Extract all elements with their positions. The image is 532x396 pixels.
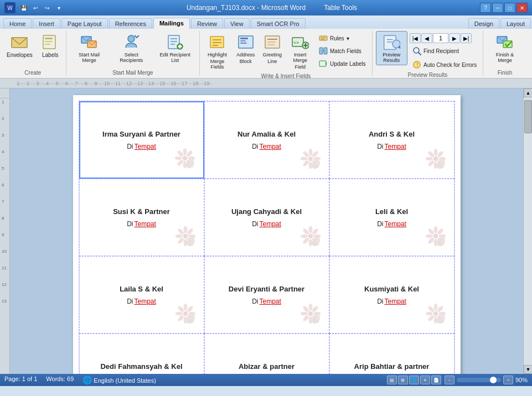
svg-point-117: [425, 235, 432, 238]
location-line: Di Tempat: [377, 220, 406, 228]
outline-btn[interactable]: ≡: [420, 376, 430, 384]
start-mail-merge-icon: [80, 33, 98, 51]
status-bar: Page: 1 of 1 Words: 69 🌐 English (United…: [0, 374, 532, 386]
flower-decoration: [297, 300, 324, 327]
tab-design[interactable]: Design: [468, 18, 499, 29]
svg-point-112: [436, 228, 444, 236]
tab-smart-ocr[interactable]: Smart OCR Pro: [251, 18, 306, 29]
select-recipients-button[interactable]: Select Recipients: [111, 31, 152, 65]
tempat-text: Tempat: [384, 220, 406, 228]
label-cell: Arip Bahtiar & partner Di Tempat: [329, 334, 454, 374]
full-screen-btn[interactable]: ⊞: [398, 376, 408, 384]
title-bar: W 💾 ↩ ↪ ▾ Undangan_TJ103.docx - Microsof…: [0, 0, 532, 15]
zoom-in-btn[interactable]: +: [503, 376, 513, 384]
nav-last-button[interactable]: ▶|: [461, 33, 472, 43]
nav-page-input[interactable]: [433, 33, 448, 43]
recipient-name: Kusmiyati & Kel: [364, 285, 419, 293]
labels-button[interactable]: Labels: [38, 31, 63, 60]
envelopes-button[interactable]: Envelopes: [3, 31, 36, 60]
vertical-scrollbar[interactable]: ▲ ▼: [523, 88, 532, 374]
address-block-button[interactable]: Address Block: [234, 31, 258, 66]
close-btn[interactable]: ✕: [516, 3, 528, 13]
update-labels-button[interactable]: Update Labels: [316, 58, 369, 70]
tab-page-layout[interactable]: Page Layout: [61, 18, 108, 29]
label-cell: Leli & Kel Di Tempat: [329, 179, 454, 256]
svg-point-105: [300, 235, 307, 238]
insert-merge-field-button[interactable]: «» Insert Merge Field: [287, 31, 314, 72]
tab-references[interactable]: References: [109, 18, 152, 29]
highlight-merge-fields-button[interactable]: Highlight Merge Fields: [203, 31, 231, 72]
di-text: Di: [127, 220, 133, 228]
di-text: Di: [377, 298, 383, 305]
envelopes-icon: [11, 33, 28, 51]
undo-qa-btn[interactable]: ↩: [30, 3, 40, 13]
maximize-btn[interactable]: □: [504, 3, 515, 13]
svg-rect-21: [240, 40, 246, 41]
write-insert-items: Highlight Merge Fields Address Block Gre…: [203, 31, 368, 72]
nav-next-button[interactable]: ▶: [449, 33, 460, 43]
tab-review[interactable]: Review: [191, 18, 223, 29]
nav-first-button[interactable]: |◀: [410, 33, 421, 43]
svg-point-116: [427, 237, 435, 244]
draft-btn[interactable]: 📄: [431, 376, 441, 384]
print-layout-btn[interactable]: ▤: [387, 376, 397, 384]
tab-home[interactable]: Home: [3, 18, 32, 29]
svg-point-100: [311, 228, 319, 236]
location-line: Di Tempat: [127, 220, 156, 228]
recipient-name: Leli & Kel: [375, 207, 408, 216]
zoom-out-btn[interactable]: −: [445, 376, 454, 384]
minimize-btn[interactable]: ─: [492, 3, 503, 13]
svg-point-142: [302, 305, 309, 313]
tempat-text: Tempat: [134, 143, 156, 150]
svg-point-147: [433, 304, 437, 311]
svg-rect-32: [319, 36, 327, 40]
update-labels-icon: [319, 59, 328, 68]
di-text: Di: [377, 143, 383, 150]
match-fields-button[interactable]: Match Fields: [316, 45, 369, 57]
zoom-slider[interactable]: [457, 378, 501, 382]
help-btn[interactable]: ?: [480, 3, 491, 13]
edit-recipient-list-button[interactable]: Edit Recipient List: [154, 31, 196, 65]
finish-merge-button[interactable]: Finish & Merge: [487, 31, 523, 65]
nav-prev-button[interactable]: ◀: [421, 33, 432, 43]
tab-mailings[interactable]: Mailings: [153, 18, 190, 29]
scroll-thumb[interactable]: [524, 100, 532, 133]
svg-point-7: [128, 35, 135, 42]
flower-decoration: [297, 222, 324, 250]
scroll-down-arrow[interactable]: ▼: [524, 365, 532, 374]
redo-qa-btn[interactable]: ↪: [42, 3, 52, 13]
window-controls[interactable]: ? ─ □ ✕: [480, 3, 528, 13]
web-layout-btn[interactable]: 🌐: [409, 376, 419, 384]
svg-rect-38: [319, 61, 326, 66]
di-text: Di: [252, 143, 258, 150]
start-mail-merge-button[interactable]: Start Mail Merge: [70, 31, 109, 65]
save-qa-btn[interactable]: 💾: [19, 3, 29, 13]
edit-recipient-list-icon: [166, 33, 184, 51]
view-buttons[interactable]: ▤ ⊞ 🌐 ≡ 📄: [387, 376, 441, 384]
find-recipient-icon: [412, 46, 421, 55]
svg-point-106: [302, 228, 309, 236]
location-line: Di Tempat: [127, 298, 156, 305]
tab-layout[interactable]: Layout: [500, 18, 531, 29]
find-recipient-button[interactable]: Find Recipient: [410, 45, 479, 57]
match-fields-icon: [319, 46, 328, 55]
svg-point-50: [182, 156, 187, 160]
greeting-line-button[interactable]: Greeting Line: [260, 31, 285, 66]
svg-point-134: [308, 311, 312, 316]
svg-point-58: [176, 150, 184, 158]
svg-rect-2: [45, 38, 53, 39]
write-insert-group: Highlight Merge Fields Address Block Gre…: [203, 31, 372, 76]
auto-check-errors-button[interactable]: ! Auto Check for Errors: [410, 59, 479, 71]
preview-results-button[interactable]: Preview Results: [376, 31, 407, 65]
scroll-track[interactable]: [524, 97, 532, 365]
qa-dropdown-btn[interactable]: ▾: [54, 3, 64, 13]
start-mail-merge-group: Start Mail Merge Select Recipients Edit …: [70, 31, 200, 76]
recipient-name: Nur Amalia & Kel: [237, 130, 296, 138]
rules-button[interactable]: Rules ▾: [316, 32, 369, 44]
tab-view[interactable]: View: [224, 18, 250, 29]
svg-point-63: [308, 149, 312, 156]
zoom-thumb[interactable]: [490, 377, 497, 383]
scroll-up-arrow[interactable]: ▲: [524, 88, 532, 97]
tab-insert[interactable]: Insert: [33, 18, 60, 29]
svg-point-140: [302, 314, 309, 322]
